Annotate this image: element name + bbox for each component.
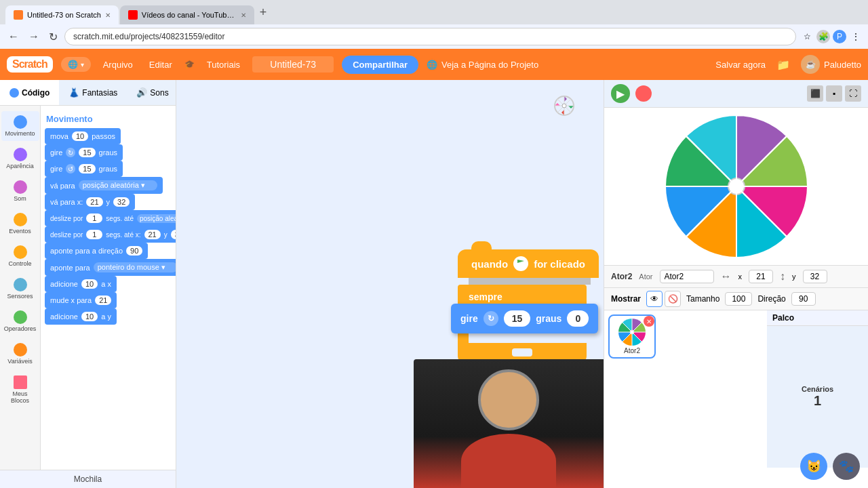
block-deslize2[interactable]: deslize por 1 segs. até x: 21 y 32 [45, 226, 176, 243]
block-gire-left[interactable]: gire ↺ 15 graus [45, 161, 123, 177]
tutorials-menu[interactable]: Tutoriais [203, 57, 244, 73]
tab-sounds[interactable]: 🔊 Sons [127, 80, 178, 105]
medium-stage-btn[interactable]: ▪ [826, 85, 842, 102]
category-som[interactable]: Som [1, 176, 39, 206]
mova-input[interactable]: 10 [72, 131, 88, 141]
tab-scratch[interactable]: Untitled-73 on Scratch ✕ [5, 5, 119, 24]
block-mude-x[interactable]: mude x para 21 [45, 292, 117, 308]
refresh-button[interactable]: ↻ [46, 29, 60, 45]
deslize2-x[interactable]: 21 [144, 230, 161, 239]
category-eventos[interactable]: Eventos [1, 209, 39, 239]
category-operadores[interactable]: Operadores [1, 306, 39, 336]
mochila-button[interactable]: Mochila [68, 473, 107, 485]
globe-menu[interactable]: 🌐▾ [61, 57, 91, 72]
deslize2-yval[interactable]: 32 [171, 230, 176, 239]
size-input[interactable] [725, 292, 752, 306]
address-bar[interactable]: scratch.mit.edu/projects/408231559/edito… [64, 28, 796, 45]
gire-canvas-zero[interactable]: 0 [567, 310, 589, 327]
vapara-dropdown[interactable]: posição aleatória ▾ [79, 180, 157, 190]
arquivo-menu[interactable]: Arquivo [99, 57, 137, 73]
view-project-btn[interactable]: 🌐 Veja a Página do Projeto [427, 60, 538, 70]
sprite-item-ator2[interactable]: ✕ [608, 314, 656, 359]
fullscreen-btn[interactable]: ⛶ [845, 85, 861, 102]
block-vapara[interactable]: vá para posição aleatória ▾ [45, 177, 163, 194]
y-input[interactable] [803, 270, 827, 283]
webcam-person [414, 359, 604, 488]
aponte-dir-val[interactable]: 90 [126, 246, 142, 256]
sprite-name-input[interactable] [660, 270, 714, 283]
vaparax-yval[interactable]: 32 [113, 197, 130, 207]
tab-youtube[interactable]: Vídeos do canal - YouTube Stu... ✕ [120, 5, 254, 24]
category-sensores[interactable]: Sensores [1, 274, 39, 304]
deslize1-drop[interactable]: posição aleatória ▾ [137, 214, 176, 223]
person-head [478, 369, 539, 430]
code-tab-icon [9, 88, 19, 98]
user-area[interactable]: ☕ Paludetto [801, 55, 861, 74]
editar-menu[interactable]: Editar [145, 57, 176, 73]
tab-costumes[interactable]: 👗 Fantasias [59, 80, 127, 105]
menu-icon[interactable]: ⋮ [849, 30, 863, 43]
eventos-label: Eventos [9, 228, 31, 235]
blocks-panel: Código 👗 Fantasias 🔊 Sons Movimento [0, 80, 176, 488]
vaparax-x[interactable]: 21 [86, 197, 102, 207]
sounds-icon: 🔊 [136, 87, 147, 98]
sprite-items: ✕ [608, 314, 763, 359]
deslize2-t[interactable]: 1 [86, 230, 102, 239]
gire-canvas-block[interactable]: gire ↻ 15 graus 0 [451, 304, 598, 333]
back-button[interactable]: ← [5, 29, 22, 44]
tab-close-youtube[interactable]: ✕ [241, 12, 246, 19]
sprite-delete-btn[interactable]: ✕ [644, 316, 654, 327]
ext-icon[interactable]: 🧩 [816, 30, 830, 43]
folder-icon[interactable]: 📁 [776, 58, 790, 71]
url-text: scratch.mit.edu/projects/408231559/edito… [73, 32, 224, 41]
project-title-input[interactable] [252, 56, 334, 73]
adicione-x-val[interactable]: 10 [81, 279, 98, 289]
block-deslize1[interactable]: deslize por 1 segs. até posição aleatóri… [45, 210, 176, 226]
hat-block[interactable]: quando for clicado [458, 249, 599, 278]
deslize1-t[interactable]: 1 [86, 214, 102, 223]
cenarios-label: Cenários [802, 385, 833, 393]
deslize1-segs: segs. até [106, 215, 134, 222]
block-adicione-y[interactable]: adicione 10 a y [45, 308, 117, 325]
category-variaveis[interactable]: Variáveis [1, 339, 39, 369]
stop-button[interactable] [635, 85, 652, 102]
block-aponte-direcao[interactable]: aponte para a direção 90 [45, 243, 148, 259]
show-visible-btn[interactable]: 👁 [646, 291, 663, 307]
script-area[interactable]: quando for clicado gire ↻ 15 g [176, 80, 604, 488]
green-flag-button[interactable]: ▶ [611, 84, 630, 103]
share-button[interactable]: Compartilhar [342, 56, 418, 74]
sprite-options-btn[interactable]: 🐾 [833, 453, 860, 480]
small-stage-btn[interactable]: ⬛ [807, 85, 823, 102]
new-tab-button[interactable]: + [254, 6, 273, 18]
eventos-dot [14, 213, 27, 226]
stage-label-header: Palco [767, 310, 868, 326]
gire-left-input[interactable]: 15 [79, 164, 95, 174]
block-vaparax[interactable]: vá para x: 21 y 32 [45, 194, 135, 210]
block-gire-right[interactable]: gire ↻ 15 graus [45, 144, 123, 161]
gire-right-input[interactable]: 15 [79, 148, 95, 157]
block-mova[interactable]: mova 10 passos [45, 128, 121, 144]
add-sprite-btn[interactable]: 😺 [800, 453, 827, 480]
show-hidden-btn[interactable]: 🚫 [665, 291, 681, 307]
x-input[interactable] [749, 270, 773, 283]
block-adicione-x[interactable]: adicione 10 a x [45, 276, 117, 292]
adicione-y-val[interactable]: 10 [81, 312, 98, 321]
username-label: Paludetto [824, 60, 861, 70]
gire-canvas-val[interactable]: 15 [504, 310, 531, 327]
forward-button[interactable]: → [26, 29, 42, 44]
category-movimento[interactable]: Movimento [1, 111, 39, 141]
bookmark-icon[interactable]: ☆ [800, 30, 814, 43]
category-meusblocos[interactable]: Meus Blocos [1, 371, 39, 408]
direction-input[interactable] [791, 292, 816, 306]
save-now-btn[interactable]: Salvar agora [715, 60, 766, 70]
category-aparencia[interactable]: Aparência [1, 144, 39, 174]
mude-x-val[interactable]: 21 [95, 296, 111, 305]
aparencia-dot [14, 148, 27, 161]
tab-close-scratch[interactable]: ✕ [105, 12, 111, 19]
block-aponte-para[interactable]: aponte para ponteiro do mouse ▾ [45, 259, 176, 276]
tab-code[interactable]: Código [0, 80, 59, 105]
category-controle[interactable]: Controle [1, 241, 39, 271]
profile-icon[interactable]: P [833, 30, 846, 43]
mostrar-label: Mostrar [611, 294, 641, 304]
aponte-para-drop[interactable]: ponteiro do mouse ▾ [94, 262, 176, 272]
